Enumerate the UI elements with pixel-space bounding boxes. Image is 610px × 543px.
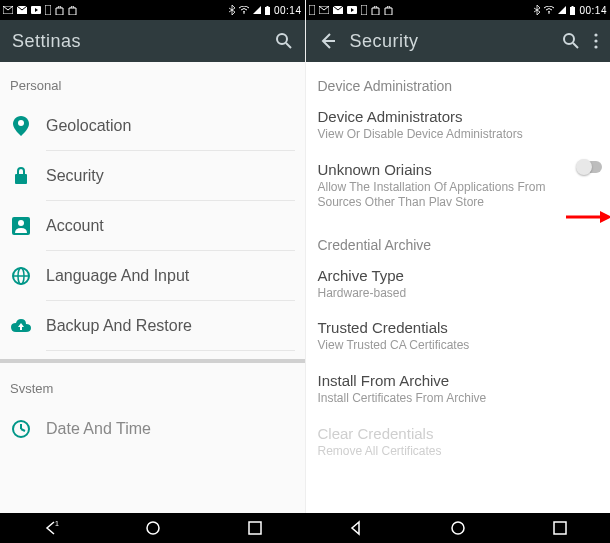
gmail-icon xyxy=(17,6,27,14)
setting-install-from-archive[interactable]: Install From Archive Install Certificate… xyxy=(318,364,605,417)
signal-icon xyxy=(253,6,261,14)
svg-rect-26 xyxy=(572,6,574,7)
search-icon[interactable] xyxy=(562,32,580,50)
nav-left: 1 xyxy=(0,513,305,543)
svg-point-30 xyxy=(594,39,597,42)
settings-item-label: Security xyxy=(46,151,295,201)
setting-archive-type[interactable]: Archive Type Hardware-based xyxy=(318,259,605,312)
nav-recent-icon[interactable] xyxy=(553,521,567,535)
nav-home-icon[interactable] xyxy=(145,520,161,536)
setting-subtitle: Install Certificates From Archive xyxy=(318,391,605,407)
settings-item-label: Geolocation xyxy=(46,101,295,151)
svg-rect-3 xyxy=(45,5,51,15)
svg-rect-6 xyxy=(266,6,268,7)
setting-title: Install From Archive xyxy=(318,372,605,389)
settings-item-label: Date And Time xyxy=(46,404,295,454)
cloud-upload-icon xyxy=(10,319,32,333)
status-icons-left-group xyxy=(309,5,393,15)
section-header-personal: Personal xyxy=(0,62,305,101)
nav-bar-bottom: 1 xyxy=(0,513,610,543)
location-icon xyxy=(10,116,32,136)
gmail-icon xyxy=(333,6,343,14)
youtube-icon xyxy=(31,6,41,14)
setting-title: Clear Credentials xyxy=(318,425,605,442)
setting-subtitle: View Or Disable Device Administrators xyxy=(318,127,605,143)
svg-point-7 xyxy=(277,34,287,44)
settings-item-datetime[interactable]: Date And Time xyxy=(0,404,305,454)
svg-line-28 xyxy=(573,43,578,48)
overflow-menu-icon[interactable] xyxy=(594,33,598,49)
section-credential-archive: Credential Archive xyxy=(318,221,605,259)
settings-item-geolocation[interactable]: Geolocation xyxy=(0,101,305,151)
svg-point-29 xyxy=(594,33,597,36)
nav-right xyxy=(305,513,610,543)
svg-point-36 xyxy=(452,522,464,534)
settings-list: Personal Geolocation Security Account xyxy=(0,62,305,513)
svg-point-9 xyxy=(18,120,24,126)
section-header-system: Svstem xyxy=(0,365,305,404)
setting-subtitle: Allow The Installation Of Applications F… xyxy=(318,180,575,211)
clock-icon xyxy=(10,420,32,438)
status-time: 00:14 xyxy=(579,5,607,16)
search-icon[interactable] xyxy=(275,32,293,50)
setting-title: Unknown Oriains xyxy=(318,161,575,178)
svg-point-31 xyxy=(594,45,597,48)
svg-rect-35 xyxy=(249,522,261,534)
store-icon xyxy=(384,6,393,15)
svg-line-8 xyxy=(286,43,291,48)
setting-trusted-credentials[interactable]: Trusted Credentials View Trusted CA Cert… xyxy=(318,311,605,364)
setting-title: Trusted Credentials xyxy=(318,319,605,336)
phone-icon xyxy=(309,5,315,15)
section-device-admin: Device Administration xyxy=(318,68,605,100)
back-icon[interactable] xyxy=(318,32,336,50)
settings-item-language[interactable]: Language And Input xyxy=(0,251,305,301)
store-icon xyxy=(68,6,77,15)
phone-right: 00:14 Security Device Administration Dev… xyxy=(305,0,611,513)
app-bar-title-security: Security xyxy=(350,31,549,52)
nav-recent-icon[interactable] xyxy=(248,521,262,535)
account-icon xyxy=(10,217,32,235)
signal-icon xyxy=(558,6,566,14)
setting-subtitle: Remove All Certificates xyxy=(318,444,605,460)
settings-item-security[interactable]: Security xyxy=(0,151,305,201)
svg-rect-25 xyxy=(570,7,575,15)
svg-rect-10 xyxy=(15,174,27,184)
phone-icon xyxy=(361,5,367,15)
settings-item-label: Account xyxy=(46,201,295,251)
annotation-arrow-icon xyxy=(566,210,610,224)
status-bar-left: 00:14 xyxy=(0,0,305,20)
mail-icon xyxy=(319,6,329,14)
svg-point-12 xyxy=(18,220,24,226)
svg-point-4 xyxy=(243,12,245,14)
toggle-unknown-origins[interactable] xyxy=(578,161,602,173)
globe-icon xyxy=(10,267,32,285)
setting-subtitle: View Trusted CA Certificates xyxy=(318,338,605,354)
app-bar-title-settings: Settinas xyxy=(12,31,261,52)
setting-clear-credentials: Clear Credentials Remove All Certificate… xyxy=(318,417,605,470)
app-bar-left: Settinas xyxy=(0,20,305,62)
battery-icon xyxy=(570,6,575,15)
mail-icon xyxy=(3,6,13,14)
setting-title: Archive Type xyxy=(318,267,605,284)
nav-back-icon[interactable]: 1 xyxy=(43,520,59,536)
svg-point-24 xyxy=(549,12,551,14)
setting-unknown-origins[interactable]: Unknown Oriains Allow The Installation O… xyxy=(318,153,605,221)
setting-subtitle: Hardware-based xyxy=(318,286,605,302)
svg-rect-37 xyxy=(554,522,566,534)
setting-device-administrators[interactable]: Device Administrators View Or Disable De… xyxy=(318,100,605,153)
store-icon xyxy=(371,6,380,15)
battery-icon xyxy=(265,6,270,15)
nav-home-icon[interactable] xyxy=(450,520,466,536)
svg-point-34 xyxy=(147,522,159,534)
scrollbar[interactable] xyxy=(0,359,305,363)
settings-item-account[interactable]: Account xyxy=(0,201,305,251)
settings-item-backup[interactable]: Backup And Restore xyxy=(0,301,305,351)
bluetooth-icon xyxy=(534,5,540,15)
svg-text:1: 1 xyxy=(55,520,59,527)
nav-back-icon[interactable] xyxy=(348,520,364,536)
settings-item-label: Backup And Restore xyxy=(46,301,295,351)
svg-rect-19 xyxy=(309,5,315,15)
wifi-icon xyxy=(544,6,554,14)
settings-item-label: Language And Input xyxy=(46,251,295,301)
setting-title: Device Administrators xyxy=(318,108,605,125)
